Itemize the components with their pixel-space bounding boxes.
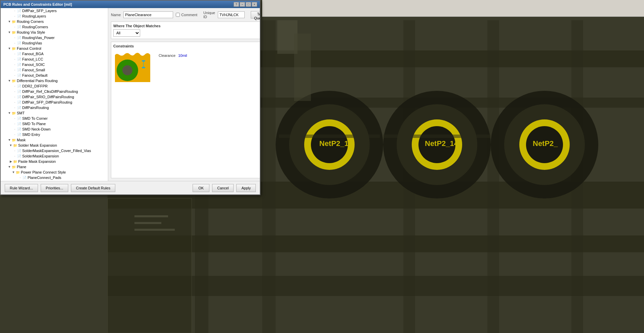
tree-item-routing-vias-power[interactable]: · 📄 RoutingVias_Power bbox=[1, 35, 108, 40]
tree-item-planecnt-pads[interactable]: · 📄 PlaneConnect_Pads bbox=[1, 175, 108, 180]
tree-item-diffpair-srio[interactable]: · 📄 DiffPair_SRIO_DiffPairsRouting bbox=[1, 94, 108, 100]
file-icon: 📄 bbox=[17, 154, 22, 158]
diagram-svg bbox=[113, 50, 152, 84]
tree-item-fanout-default[interactable]: · 📄 Fanout_Default bbox=[1, 73, 108, 78]
close-button[interactable]: × bbox=[252, 2, 257, 7]
dialog-titlebar: PCB Rules and Constraints Editor [mil] ?… bbox=[1, 1, 260, 8]
expand-icon: · bbox=[13, 68, 17, 72]
tree-item-solder-mask[interactable]: ▼ 📁 Solder Mask Expansion bbox=[1, 143, 108, 148]
file-icon: 📄 bbox=[17, 14, 22, 18]
net-label-1: NetP2_12 bbox=[319, 139, 353, 148]
name-label: Name bbox=[111, 13, 121, 17]
where-select[interactable]: All Net Net Class Layer Custom bbox=[113, 29, 140, 37]
dialog-body: · 📄 DiffPair_SFP_Layers · 📄 RoutingLayer… bbox=[1, 8, 260, 181]
svg-rect-27 bbox=[134, 215, 168, 217]
expand-icon: ▼ bbox=[7, 20, 11, 24]
svg-rect-9 bbox=[487, 20, 499, 333]
expand-icon: · bbox=[18, 176, 22, 180]
tree-item-fanout-soic[interactable]: · 📄 Fanout_SOIC bbox=[1, 62, 108, 67]
file-icon: 📄 bbox=[17, 84, 22, 88]
folder-icon: 📁 bbox=[11, 165, 16, 169]
svg-rect-29 bbox=[134, 229, 175, 231]
restore-button[interactable]: □ bbox=[246, 2, 251, 7]
tree-item-smd-neck-down[interactable]: · 📄 SMD Neck-Down bbox=[1, 126, 108, 132]
priorities-button[interactable]: Priorities... bbox=[41, 184, 68, 192]
comment-area: Comment bbox=[176, 13, 197, 17]
tree-item-ddr2[interactable]: · 📄 DDR2_DIFFPR bbox=[1, 83, 108, 89]
tree-item-fanout-bga[interactable]: · 📄 Fanout_BGA bbox=[1, 51, 108, 57]
tree-item-routing-via-style[interactable]: ▼ 📁 Routing Via Style bbox=[1, 30, 108, 35]
net-label-3: NetP2_ bbox=[533, 139, 558, 148]
rule-name-input[interactable] bbox=[123, 11, 173, 18]
tree-item-smd-entry[interactable]: · 📄 SMD Entry bbox=[1, 132, 108, 137]
tree-item-routing-layers[interactable]: · 📄 RoutingLayers bbox=[1, 13, 108, 19]
tree-item-smt[interactable]: ▼ 📁 SMT bbox=[1, 110, 108, 116]
file-icon: 📄 bbox=[17, 57, 22, 61]
file-icon: 📄 bbox=[17, 36, 22, 40]
svg-rect-28 bbox=[134, 222, 161, 224]
net-label-2: NetP2_14 bbox=[425, 139, 458, 148]
dialog-window: PCB Rules and Constraints Editor [mil] ?… bbox=[0, 0, 260, 195]
tree-item-plane[interactable]: ▼ 📁 Plane bbox=[1, 164, 108, 170]
expand-icon: · bbox=[13, 133, 17, 137]
folder-icon: 📁 bbox=[11, 20, 16, 24]
tree-item-smd-to-plane[interactable]: · 📄 SMD To Plane bbox=[1, 121, 108, 126]
constraints-section: Constraints bbox=[111, 42, 260, 178]
content-panel: Name Comment Unique ID Test Queries Wher… bbox=[108, 8, 260, 181]
expand-icon: · bbox=[13, 57, 17, 61]
rule-wizard-button[interactable]: Rule Wizard... bbox=[5, 184, 38, 192]
apply-button[interactable]: Apply bbox=[236, 184, 256, 192]
tree-item-routing-vias[interactable]: · 📄 RoutingVias bbox=[1, 40, 108, 46]
folder-icon: 📁 bbox=[11, 138, 16, 142]
create-default-button[interactable]: Create Default Rules bbox=[71, 184, 115, 192]
tree-item-diffpair-sfp[interactable]: · 📄 DiffPair_SFP_DiffPairsRouting bbox=[1, 100, 108, 105]
tree-item-mask[interactable]: ▼ 📁 Mask bbox=[1, 137, 108, 143]
tree-item-fanout-lcc[interactable]: · 📄 Fanout_LCC bbox=[1, 57, 108, 62]
expand-icon: · bbox=[13, 14, 17, 18]
ok-button[interactable]: OK bbox=[193, 184, 209, 192]
file-icon: 📄 bbox=[17, 122, 22, 126]
file-icon: 📄 bbox=[17, 100, 22, 104]
tree-item-power-plane-connect[interactable]: ▼ 📁 Power Plane Connect Style bbox=[1, 170, 108, 175]
tree-item-routing-corners[interactable]: ▼ 📁 Routing Corners bbox=[1, 19, 108, 24]
folder-icon: 📁 bbox=[13, 143, 17, 147]
tree-item-routing-corners-item[interactable]: · 📄 RoutingCorners bbox=[1, 24, 108, 30]
tree-item-diffpairs-routing[interactable]: · 📄 DiffPairsRouting bbox=[1, 105, 108, 110]
tree-item-diffsfp-layers[interactable]: · 📄 DiffPair_SFP_Layers bbox=[1, 8, 108, 13]
expand-icon: · bbox=[13, 100, 17, 104]
tree-item-soldermask-exp[interactable]: · 📄 SolderMaskExpansion bbox=[1, 153, 108, 159]
clearance-fields: Clearance 10mil bbox=[159, 53, 187, 58]
file-icon: 📄 bbox=[17, 116, 22, 120]
app-toolbar bbox=[262, 0, 644, 17]
file-icon: 📄 bbox=[17, 9, 22, 13]
svg-rect-23 bbox=[279, 135, 380, 138]
folder-icon: 📁 bbox=[11, 30, 16, 34]
expand-icon: · bbox=[13, 116, 17, 120]
unique-id-input[interactable] bbox=[218, 11, 245, 18]
file-icon: 📄 bbox=[17, 89, 22, 94]
help-icon[interactable]: ? bbox=[234, 2, 239, 7]
folder-icon: 📁 bbox=[13, 159, 17, 163]
tree-item-diff-pairs[interactable]: ▼ 📁 Differential Pairs Routing bbox=[1, 78, 108, 83]
tree-item-soldermask-cover[interactable]: · 📄 SolderMaskExpansion_Cover_Filled_Via… bbox=[1, 148, 108, 153]
clearance-row: Clearance 10mil bbox=[159, 53, 187, 58]
file-icon: 📄 bbox=[17, 95, 22, 99]
tree-item-diffpair-ref[interactable]: · 📄 DiffPair_Ref_ClksDiffPairsRouting bbox=[1, 89, 108, 94]
expand-icon: ▼ bbox=[7, 79, 11, 83]
minimize-button[interactable]: − bbox=[240, 2, 245, 7]
test-queries-button[interactable]: Test Queries bbox=[251, 11, 260, 18]
file-icon: 📄 bbox=[17, 63, 22, 67]
cancel-button[interactable]: Cancel bbox=[212, 184, 234, 192]
constraints-title: Constraints bbox=[113, 44, 260, 48]
svg-point-40 bbox=[122, 65, 132, 75]
rule-header: Name Comment Unique ID Test Queries bbox=[111, 11, 260, 19]
tree-item-fanout-control[interactable]: ▼ 📁 Fanout Control bbox=[1, 46, 108, 51]
comment-checkbox[interactable] bbox=[176, 13, 180, 17]
expand-icon: ▼ bbox=[9, 143, 13, 147]
expand-icon: · bbox=[13, 25, 17, 29]
tree-item-fanout-small[interactable]: · 📄 Fanout_Small bbox=[1, 67, 108, 73]
tree-item-smd-to-corner[interactable]: · 📄 SMD To Corner bbox=[1, 116, 108, 121]
file-icon: 📄 bbox=[17, 149, 22, 153]
tree-item-paste-mask[interactable]: ▶ 📁 Paste Mask Expansion bbox=[1, 159, 108, 164]
tree-panel[interactable]: · 📄 DiffPair_SFP_Layers · 📄 RoutingLayer… bbox=[1, 8, 108, 181]
